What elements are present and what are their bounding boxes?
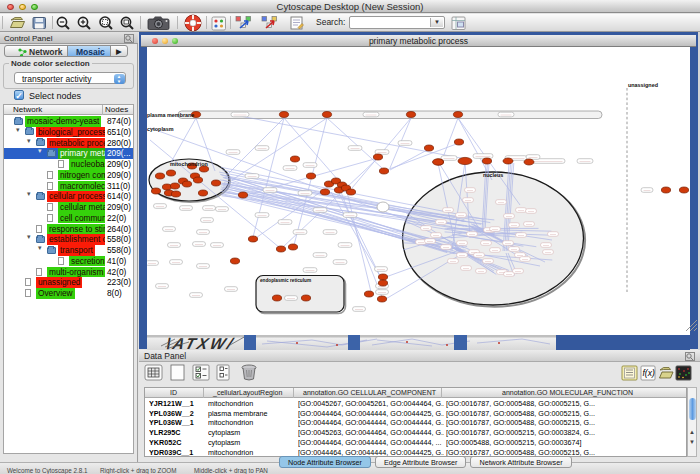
svg-text:unassigned: unassigned [628,82,658,88]
svg-text:mitochondrion: mitochondrion [170,161,208,167]
svg-text:cytoplasm: cytoplasm [147,126,174,132]
svg-text:plasma membrane: plasma membrane [147,112,194,118]
svg-text:nucleus: nucleus [483,172,503,178]
svg-text:endoplasmic reticulum: endoplasmic reticulum [260,278,311,283]
svg-text:f(x): f(x) [643,368,655,378]
